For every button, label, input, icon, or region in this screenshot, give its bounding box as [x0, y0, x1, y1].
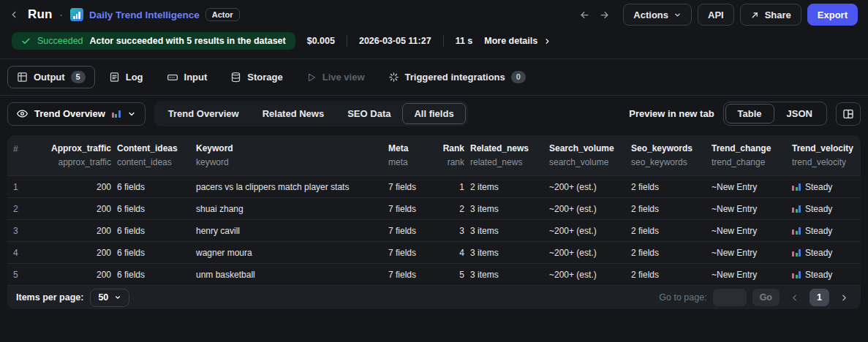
cell-approx-traffic: 200 — [44, 248, 111, 258]
page-title: Run — [28, 7, 53, 22]
table-row: 5 200 6 fields unm basketball 7 fields 5… — [7, 263, 861, 285]
column-header-related-news: Related_news related_news — [470, 142, 543, 169]
cell-keyword: shuai zhang — [196, 204, 382, 214]
cell-keyword: wagner moura — [196, 248, 382, 258]
cell-related-news[interactable]: 3 items — [470, 226, 499, 236]
cell-content-ideas[interactable]: 6 fields — [117, 204, 145, 214]
current-page-button[interactable]: 1 — [809, 289, 829, 306]
dataset-table: # Approx_traffic approx_traffic Content_… — [7, 135, 861, 309]
view-tab-all-fields[interactable]: All fields — [402, 103, 465, 124]
cell-related-news[interactable]: 3 items — [470, 204, 499, 214]
trend-velocity-label: Steady — [805, 248, 832, 258]
next-page-button[interactable] — [835, 292, 853, 304]
preview-in-new-tab-link[interactable]: Preview in new tab — [629, 108, 714, 119]
tab-input[interactable]: Input — [157, 66, 217, 88]
export-button[interactable]: Export — [807, 4, 858, 26]
view-tab-related-news[interactable]: Related News — [251, 103, 336, 124]
view-tab-seo-data[interactable]: SEO Data — [336, 103, 402, 124]
trend-velocity-label: Steady — [805, 204, 832, 214]
view-tab-trend-overview[interactable]: Trend Overview — [156, 103, 251, 124]
history-forward-button[interactable] — [596, 7, 613, 23]
cell-approx-traffic: 200 — [44, 226, 111, 236]
cell-seo-keywords[interactable]: 2 fields — [631, 182, 659, 192]
history-back-button[interactable] — [576, 7, 593, 23]
format-table-option[interactable]: Table — [725, 104, 774, 123]
share-icon — [750, 10, 760, 20]
cell-search-volume: ~200+ (est.) — [549, 226, 625, 236]
column-header-keyword: Keyword keyword — [196, 142, 382, 169]
column-header-seo-keywords: Seo_keywords seo_keywords — [631, 142, 706, 169]
column-header-index: # — [13, 142, 38, 156]
bar-chart-icon — [792, 270, 801, 278]
cell-meta[interactable]: 7 fields — [388, 204, 416, 214]
cell-seo-keywords[interactable]: 2 fields — [631, 270, 659, 280]
table-grid-icon — [17, 72, 28, 83]
cell-seo-keywords[interactable]: 2 fields — [631, 248, 659, 258]
cell-trend-velocity: Steady — [792, 248, 855, 258]
table-footer: Items per page: 50 Go to page: Go 1 — [7, 285, 861, 309]
eye-icon — [17, 108, 28, 119]
cell-meta[interactable]: 7 fields — [388, 182, 416, 192]
integrations-count-badge: 0 — [511, 71, 526, 83]
bar-chart-icon — [112, 110, 121, 118]
table-row: 2 200 6 fields shuai zhang 7 fields 2 3 … — [7, 197, 861, 219]
actions-button[interactable]: Actions — [623, 4, 692, 26]
api-button[interactable]: API — [698, 4, 734, 26]
log-icon — [109, 72, 120, 83]
share-button[interactable]: Share — [740, 4, 801, 26]
cell-content-ideas[interactable]: 6 fields — [117, 226, 145, 236]
view-selector-dropdown[interactable]: Trend Overview — [7, 102, 146, 126]
tab-storage[interactable]: Storage — [221, 66, 292, 88]
previous-page-button[interactable] — [785, 292, 804, 304]
bar-chart-icon — [792, 183, 801, 191]
cell-trend-velocity: Steady — [792, 204, 855, 214]
items-per-page-select[interactable]: 50 — [90, 289, 129, 307]
column-header-trend-change: Trend_change trend_change — [712, 142, 786, 169]
cell-meta[interactable]: 7 fields — [388, 270, 416, 280]
column-settings-button[interactable] — [836, 102, 861, 126]
tab-output[interactable]: Output 5 — [7, 66, 95, 88]
export-label: Export — [818, 10, 848, 20]
goto-page-input[interactable] — [713, 289, 747, 306]
cell-seo-keywords[interactable]: 2 fields — [631, 204, 659, 214]
goto-page-label: Go to page: — [659, 292, 706, 303]
table-row: 1 200 6 fields pacers vs la clippers mat… — [7, 175, 861, 197]
play-icon — [306, 72, 317, 83]
cell-approx-traffic: 200 — [44, 270, 111, 280]
column-header-trend-velocity: Trend_velocity trend_velocity — [792, 142, 855, 169]
status-label: Succeeded — [37, 36, 83, 46]
table-header-row: # Approx_traffic approx_traffic Content_… — [7, 135, 861, 175]
tab-triggered-integrations[interactable]: Triggered integrations 0 — [379, 66, 535, 88]
format-json-option[interactable]: JSON — [774, 104, 825, 123]
cell-related-news[interactable]: 2 items — [470, 182, 499, 192]
table-row: 3 200 6 fields henry cavill 7 fields 3 3… — [7, 219, 861, 241]
column-header-search-volume: Search_volume search_volume — [549, 142, 625, 169]
more-details-link[interactable]: More details — [484, 36, 551, 46]
items-per-page-label: Items per page: — [16, 292, 83, 303]
actor-link[interactable]: Daily Trend Intelligence — [89, 10, 200, 20]
status-message: Actor succeeded with 5 results in the da… — [90, 36, 286, 46]
format-toggle: Table JSON — [723, 102, 827, 126]
tab-log[interactable]: Log — [99, 66, 153, 88]
output-count-badge: 5 — [71, 71, 86, 83]
chevron-right-icon — [543, 37, 551, 45]
cell-related-news[interactable]: 3 items — [470, 248, 499, 258]
tab-log-label: Log — [126, 72, 143, 83]
cell-meta[interactable]: 7 fields — [388, 248, 416, 258]
cell-content-ideas[interactable]: 6 fields — [117, 182, 145, 192]
cell-meta[interactable]: 7 fields — [388, 226, 416, 236]
cell-content-ideas[interactable]: 6 fields — [117, 248, 145, 258]
cell-related-news[interactable]: 3 items — [470, 270, 499, 280]
cell-rank: 3 — [438, 226, 464, 236]
cell-search-volume: ~200+ (est.) — [549, 248, 625, 258]
chevron-down-icon — [127, 110, 136, 118]
view-selector-label: Trend Overview — [34, 108, 105, 119]
divider — [347, 35, 347, 47]
cell-content-ideas[interactable]: 6 fields — [117, 270, 145, 280]
back-button[interactable] — [6, 7, 22, 23]
divider — [443, 35, 444, 47]
go-button[interactable]: Go — [752, 289, 780, 306]
more-details-label: More details — [484, 36, 537, 46]
cell-seo-keywords[interactable]: 2 fields — [631, 226, 659, 236]
status-bar: Succeeded Actor succeeded with 5 results… — [0, 28, 868, 58]
